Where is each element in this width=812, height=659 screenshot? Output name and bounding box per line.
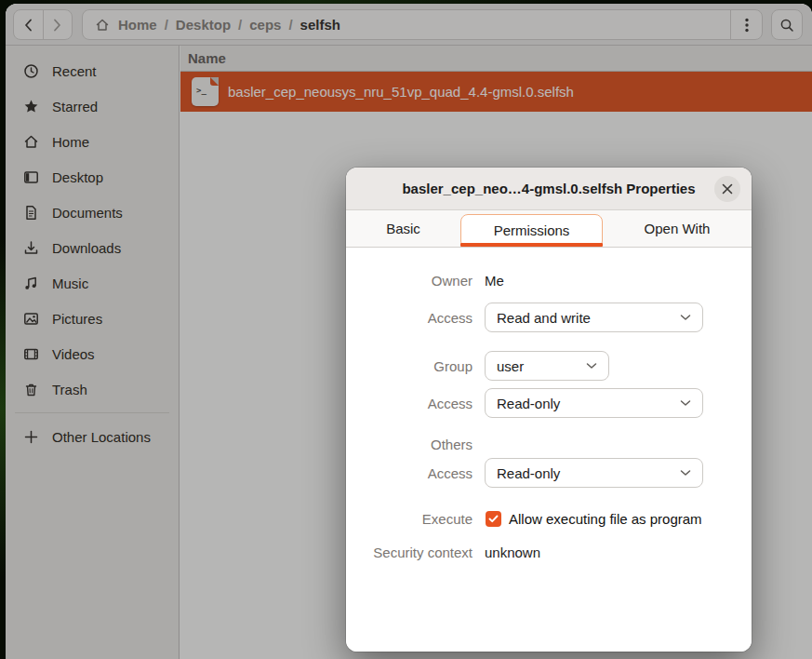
- others-access-label: Access: [346, 465, 485, 481]
- tab-label: Permissions: [494, 222, 570, 238]
- others-access-row: Access Read-only: [346, 458, 725, 488]
- others-access-dropdown[interactable]: Read-only: [485, 458, 703, 488]
- owner-access-row: Access Read and write: [346, 303, 725, 332]
- execute-checkbox[interactable]: [486, 511, 501, 527]
- group-access-dropdown[interactable]: Read-only: [485, 388, 703, 418]
- tab-permissions[interactable]: Permissions: [460, 214, 603, 247]
- dialog-title: basler_cep_neo…4-gmsl.0.selfsh Propertie…: [402, 181, 695, 196]
- owner-row: Owner Me: [346, 270, 725, 290]
- tab-basic[interactable]: Basic: [346, 210, 460, 247]
- tab-open-with[interactable]: Open With: [603, 210, 752, 247]
- dialog-tab-bar: Basic Permissions Open With: [346, 210, 752, 248]
- properties-dialog: basler_cep_neo…4-gmsl.0.selfsh Propertie…: [346, 168, 752, 652]
- group-value: user: [497, 358, 524, 374]
- group-access-value: Read-only: [497, 396, 560, 411]
- owner-access-label: Access: [346, 310, 485, 326]
- security-context-value: unknown: [485, 545, 540, 560]
- checkmark-icon: [488, 515, 499, 523]
- chevron-down-icon: [586, 362, 597, 370]
- group-access-label: Access: [346, 396, 485, 411]
- execute-label: Execute: [346, 511, 485, 527]
- others-label: Others: [346, 437, 485, 452]
- close-icon: [722, 183, 733, 195]
- group-access-row: Access Read-only: [346, 388, 725, 418]
- chevron-down-icon: [680, 399, 691, 407]
- close-button[interactable]: [714, 176, 740, 202]
- execute-row: Execute Allow executing file as program: [346, 508, 725, 529]
- tab-label: Basic: [386, 221, 420, 236]
- others-access-value: Read-only: [497, 465, 560, 481]
- group-dropdown[interactable]: user: [485, 351, 609, 381]
- others-row: Others: [346, 434, 725, 454]
- chevron-down-icon: [680, 469, 691, 477]
- owner-value: Me: [485, 273, 504, 289]
- permissions-panel: Owner Me Access Read and write Group use…: [346, 248, 752, 652]
- chevron-down-icon: [680, 314, 691, 321]
- owner-access-dropdown[interactable]: Read and write: [485, 303, 703, 332]
- owner-access-value: Read and write: [497, 310, 591, 326]
- group-row: Group user: [346, 351, 725, 381]
- group-label: Group: [346, 358, 485, 374]
- security-context-row: Security context unknown: [346, 542, 725, 562]
- tab-label: Open With: [645, 221, 711, 236]
- dialog-header: basler_cep_neo…4-gmsl.0.selfsh Propertie…: [346, 168, 752, 210]
- security-context-label: Security context: [346, 545, 485, 560]
- execute-checkbox-label[interactable]: Allow executing file as program: [509, 511, 702, 527]
- owner-label: Owner: [346, 273, 485, 289]
